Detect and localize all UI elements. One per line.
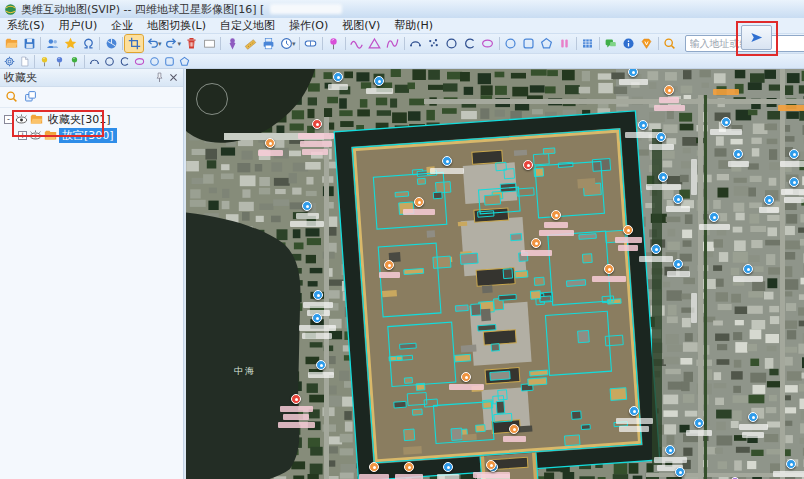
rounded-rect-icon[interactable] bbox=[162, 55, 177, 68]
poi-marker-orange[interactable] bbox=[461, 372, 471, 382]
open-arc-icon[interactable] bbox=[461, 35, 479, 52]
poi-marker-blue[interactable] bbox=[786, 459, 796, 469]
poi-marker-orange[interactable] bbox=[551, 210, 561, 220]
poi-marker-orange[interactable] bbox=[384, 260, 394, 270]
tree-expander[interactable]: - bbox=[4, 115, 13, 124]
poi-marker-orange[interactable] bbox=[486, 460, 496, 470]
poi-marker-blue[interactable] bbox=[673, 194, 683, 204]
poi-marker-blue[interactable] bbox=[302, 201, 312, 211]
menu-item[interactable]: 企业 bbox=[104, 18, 140, 33]
ellipse-icon[interactable] bbox=[132, 55, 147, 68]
link-copy-icon[interactable] bbox=[24, 88, 37, 107]
delete-icon[interactable] bbox=[182, 35, 200, 52]
measure-ruler-icon[interactable] bbox=[241, 35, 259, 52]
circle-icon[interactable] bbox=[443, 35, 461, 52]
capsule-icon[interactable] bbox=[302, 35, 320, 52]
track-omega-icon[interactable] bbox=[79, 35, 97, 52]
rounded-rect-icon[interactable] bbox=[520, 35, 538, 52]
position-person-icon[interactable] bbox=[223, 35, 241, 52]
tree-item[interactable]: -收藏夹[301] bbox=[0, 111, 183, 127]
search-go-button[interactable] bbox=[741, 25, 772, 50]
poi-marker-blue[interactable] bbox=[709, 212, 719, 222]
crop-region-icon[interactable] bbox=[125, 35, 143, 52]
favorites-star-icon[interactable] bbox=[61, 35, 79, 52]
print-icon[interactable] bbox=[259, 35, 277, 52]
poi-marker-red[interactable] bbox=[291, 394, 301, 404]
pushpin-blue-icon[interactable] bbox=[52, 55, 67, 68]
poi-marker-blue[interactable] bbox=[316, 360, 326, 370]
poi-marker-blue[interactable] bbox=[443, 462, 453, 472]
poi-marker-blue[interactable] bbox=[442, 156, 452, 166]
tree-item-label[interactable]: 收藏夹[301] bbox=[45, 112, 114, 127]
pushpin-yellow-icon[interactable] bbox=[37, 55, 52, 68]
parallel-bars-icon[interactable] bbox=[556, 35, 574, 52]
pushpin-icon[interactable] bbox=[325, 35, 343, 52]
info-icon[interactable] bbox=[620, 35, 638, 52]
curve-icon[interactable] bbox=[384, 35, 402, 52]
poi-marker-blue[interactable] bbox=[638, 120, 648, 130]
poi-marker-blue[interactable] bbox=[313, 290, 323, 300]
arc-icon[interactable] bbox=[407, 35, 425, 52]
visibility-eye-icon[interactable] bbox=[15, 113, 28, 126]
ellipse-icon[interactable] bbox=[479, 35, 497, 52]
globe-pie-icon[interactable] bbox=[102, 35, 120, 52]
vip-diamond-icon[interactable] bbox=[638, 35, 656, 52]
menu-item[interactable]: 视图(V) bbox=[335, 18, 387, 33]
poi-marker-blue[interactable] bbox=[721, 117, 731, 127]
poi-marker-orange[interactable] bbox=[414, 197, 424, 207]
poi-marker-red[interactable] bbox=[312, 119, 322, 129]
redo-icon-dropdown[interactable]: ▾ bbox=[178, 40, 182, 48]
poi-marker-blue[interactable] bbox=[733, 149, 743, 159]
poi-marker-blue[interactable] bbox=[764, 195, 774, 205]
menu-item[interactable]: 地图切换(L) bbox=[140, 18, 213, 33]
history-clock-icon-dropdown[interactable]: ▾ bbox=[292, 40, 296, 48]
poi-marker-blue[interactable] bbox=[629, 406, 639, 416]
scatter-icon[interactable] bbox=[425, 35, 443, 52]
tree-item-label[interactable]: 故宫[300] bbox=[59, 128, 117, 143]
tree-item[interactable]: +故宫[300] bbox=[0, 127, 183, 143]
poi-marker-orange[interactable] bbox=[509, 424, 519, 434]
users-icon[interactable] bbox=[43, 35, 61, 52]
search-icon[interactable] bbox=[5, 88, 18, 107]
polygon-icon[interactable] bbox=[366, 35, 384, 52]
map-viewport[interactable]: 中海 bbox=[186, 69, 804, 479]
poi-marker-blue[interactable] bbox=[675, 467, 685, 477]
poi-marker-blue[interactable] bbox=[665, 445, 675, 455]
close-icon[interactable] bbox=[168, 72, 179, 83]
circle-icon[interactable] bbox=[102, 55, 117, 68]
open-arc-icon[interactable] bbox=[117, 55, 132, 68]
poi-marker-orange[interactable] bbox=[664, 85, 674, 95]
poi-marker-orange[interactable] bbox=[531, 238, 541, 248]
pentagon-icon[interactable] bbox=[177, 55, 192, 68]
poi-marker-orange[interactable] bbox=[623, 225, 633, 235]
polyline-icon[interactable] bbox=[348, 35, 366, 52]
poi-marker-blue[interactable] bbox=[789, 149, 799, 159]
menu-item[interactable]: 用户(U) bbox=[52, 18, 105, 33]
poi-marker-blue[interactable] bbox=[656, 132, 666, 142]
circle-blue-icon[interactable] bbox=[147, 55, 162, 68]
chat-icon[interactable] bbox=[602, 35, 620, 52]
arc-icon[interactable] bbox=[87, 55, 102, 68]
undo-icon-dropdown[interactable]: ▾ bbox=[158, 40, 162, 48]
pentagon-icon[interactable] bbox=[538, 35, 556, 52]
save-icon[interactable] bbox=[20, 35, 38, 52]
poi-marker-blue[interactable] bbox=[789, 177, 799, 187]
poi-marker-blue[interactable] bbox=[658, 172, 668, 182]
poi-marker-blue[interactable] bbox=[312, 313, 322, 323]
open-folder-icon[interactable] bbox=[2, 35, 20, 52]
building-icon[interactable] bbox=[579, 35, 597, 52]
poi-marker-blue[interactable] bbox=[673, 259, 683, 269]
compass-gear-icon[interactable] bbox=[2, 55, 17, 68]
poi-marker-orange[interactable] bbox=[369, 462, 379, 472]
circle-blue-icon[interactable] bbox=[502, 35, 520, 52]
tree-expander[interactable]: + bbox=[18, 131, 27, 140]
poi-marker-orange[interactable] bbox=[404, 462, 414, 472]
poi-marker-orange[interactable] bbox=[604, 264, 614, 274]
menu-item[interactable]: 帮助(H) bbox=[387, 18, 440, 33]
poi-marker-blue[interactable] bbox=[374, 76, 384, 86]
poi-marker-red[interactable] bbox=[523, 160, 533, 170]
poi-marker-blue[interactable] bbox=[694, 418, 704, 428]
search-icon[interactable] bbox=[661, 35, 679, 52]
menu-item[interactable]: 自定义地图 bbox=[213, 18, 282, 33]
select-rect-icon[interactable] bbox=[200, 35, 218, 52]
